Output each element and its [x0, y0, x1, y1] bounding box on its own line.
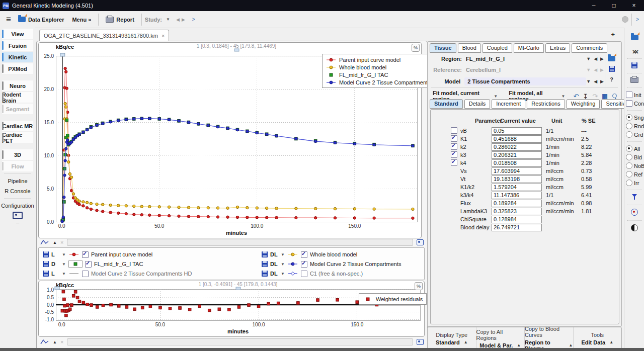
param-value-input[interactable]	[492, 135, 542, 143]
maximize-button[interactable]: □	[604, 0, 624, 11]
configuration-icon[interactable]	[13, 212, 23, 219]
hamburger-menu-icon[interactable]: ≡	[6, 15, 11, 25]
contrast-icon[interactable]	[631, 224, 638, 231]
detach-window-icon[interactable]	[417, 339, 424, 345]
param-fit-checkbox[interactable]	[451, 151, 457, 158]
curve-visible-checkbox[interactable]	[82, 271, 89, 277]
sidebar-item-r-console[interactable]: R Console	[0, 186, 35, 196]
yellow-dot-marker-icon[interactable]	[287, 252, 298, 257]
model-next-icon[interactable]: ▶	[600, 79, 604, 84]
sidebar-item-fusion[interactable]: Fusion	[2, 40, 33, 51]
tab-coupled[interactable]: Coupled	[482, 43, 512, 53]
help-icon[interactable]: ?	[610, 76, 613, 82]
grd-radio[interactable]: Grd	[625, 130, 644, 139]
curve-visible-checkbox[interactable]	[301, 271, 307, 277]
rail-load-icon[interactable]	[631, 35, 638, 40]
study-forward-icon[interactable]: >	[191, 17, 196, 22]
param-value-input[interactable]	[492, 192, 542, 199]
sidebar-item-rodent-brain[interactable]: Rodent Brain	[2, 92, 33, 103]
model-value[interactable]: 2 Tissue Compartments	[464, 77, 586, 85]
save-curve-icon[interactable]	[262, 271, 268, 277]
residuals-chart-panel[interactable]: -1.0-0.50.00.51.00.050.0100.0150.0kBq/cc…	[38, 281, 425, 337]
bld-radio[interactable]: Bld	[625, 153, 644, 161]
curve-mode-dropdown-icon[interactable]: ▼	[62, 262, 66, 267]
dropup-icon[interactable]: ▲	[569, 343, 573, 347]
document-tab-close-icon[interactable]: ×	[162, 33, 165, 39]
save-model-icon[interactable]	[609, 66, 615, 72]
red-dot-line-marker-icon[interactable]	[68, 252, 79, 257]
fit-all-dropdown-icon[interactable]: ▼	[561, 94, 566, 99]
curve-mode-label[interactable]: DL	[270, 261, 278, 267]
rail-save-icon[interactable]	[631, 62, 637, 68]
collapse-icon[interactable]: ▲	[53, 340, 57, 344]
tab-comments[interactable]: Comments	[572, 43, 607, 53]
load-model-icon[interactable]	[608, 56, 615, 61]
model-prev-icon[interactable]: ◀	[594, 79, 597, 84]
save-curve-icon[interactable]	[43, 251, 49, 257]
target-icon[interactable]	[631, 209, 638, 216]
all-radio[interactable]: All	[625, 144, 644, 153]
add-tab-button[interactable]: +	[611, 31, 615, 38]
param-value-input[interactable]	[492, 159, 542, 167]
document-tab[interactable]: OGA_2TC_BASELINE_331314931617800.km ×	[39, 30, 169, 41]
gray-dash-marker-icon[interactable]	[68, 271, 79, 276]
blue-dot-line-marker-icon[interactable]	[287, 261, 298, 267]
study-dropdown-icon[interactable]: ▼	[166, 17, 170, 22]
save-curve-icon[interactable]	[262, 261, 268, 267]
curve-mode-dropdown-icon[interactable]: ▼	[281, 272, 285, 276]
curve-mode-label[interactable]: D	[51, 261, 59, 267]
save-curve-icon[interactable]	[43, 271, 49, 277]
nob-radio[interactable]: NoB	[625, 161, 644, 170]
rail-close-icon[interactable]: ××	[632, 48, 636, 56]
param-fit-checkbox[interactable]	[451, 135, 457, 142]
sidebar-item-pxmod[interactable]: PXMod	[2, 63, 33, 74]
close-button[interactable]: ×	[624, 0, 644, 11]
param-value-input[interactable]	[492, 216, 542, 223]
detach-window-icon[interactable]	[417, 239, 424, 245]
irr-radio[interactable]: Irr	[625, 179, 644, 187]
model-dropdown-icon[interactable]: ▼	[586, 79, 591, 84]
residuals-chart[interactable]: -1.0-0.50.00.51.00.050.0100.0150.0kBq/cc…	[39, 281, 423, 335]
param-tab-restrictions[interactable]: Restrictions	[527, 99, 565, 109]
calculator-icon[interactable]: ▦	[602, 94, 607, 99]
edit-data-button[interactable]: Edit Data▲	[581, 339, 613, 345]
sidebar-item-cardiac-pet[interactable]: Cardiac PET	[2, 132, 33, 143]
region-value[interactable]: FL_mid_fr_G_I	[466, 56, 505, 62]
residuals-percent-button[interactable]: %	[415, 282, 423, 290]
region-prev-icon[interactable]: ◀	[594, 56, 597, 61]
study-prev-icon[interactable]: ◀	[175, 17, 181, 22]
save-curve-icon[interactable]	[43, 261, 49, 267]
sng-radio[interactable]: Sng	[625, 113, 644, 122]
sidebar-item-view[interactable]: View	[2, 29, 33, 39]
region-next-icon[interactable]: ▶	[600, 56, 604, 61]
minimize-button[interactable]: –	[584, 0, 604, 11]
curve-mode-label[interactable]: DL	[270, 251, 278, 257]
report-button[interactable]: Report	[102, 17, 138, 23]
curve-mode-label[interactable]: L	[51, 271, 59, 277]
param-value-input[interactable]	[492, 224, 542, 231]
sidebar-item-3d[interactable]: 3D	[2, 149, 33, 160]
param-fit-checkbox[interactable]	[451, 127, 457, 134]
curve-visible-checkbox[interactable]	[85, 261, 92, 268]
curve-mode-dropdown-icon[interactable]: ▼	[62, 252, 66, 257]
standard-button[interactable]: Standard▲	[436, 339, 468, 345]
param-fit-checkbox[interactable]	[451, 159, 457, 166]
param-value-input[interactable]	[492, 151, 542, 159]
tac-chart-panel[interactable]: 0.05.010.015.020.025.00.050.0100.0150.0k…	[38, 42, 422, 238]
param-value-input[interactable]	[492, 143, 542, 151]
menu-button[interactable]: Menu »	[68, 17, 95, 23]
curve-visible-checkbox[interactable]	[301, 261, 307, 268]
param-value-input[interactable]	[492, 184, 542, 191]
curve-visible-checkbox[interactable]	[82, 251, 89, 258]
panel-expand-icon[interactable]: >	[635, 17, 640, 22]
param-value-input[interactable]	[492, 176, 542, 183]
rail-print-icon[interactable]	[630, 77, 638, 83]
init-checkbox[interactable]: Init	[625, 91, 644, 99]
fit-current-dropdown-icon[interactable]: ▼	[494, 94, 498, 99]
dropup-icon[interactable]: ▲	[464, 340, 468, 344]
curve-mode-label[interactable]: DL	[270, 271, 278, 277]
region-dropdown-icon[interactable]: ▼	[586, 56, 591, 61]
dropup-icon[interactable]: ▲	[609, 340, 613, 344]
filter-icon[interactable]	[631, 194, 638, 200]
param-value-input[interactable]	[492, 208, 542, 215]
